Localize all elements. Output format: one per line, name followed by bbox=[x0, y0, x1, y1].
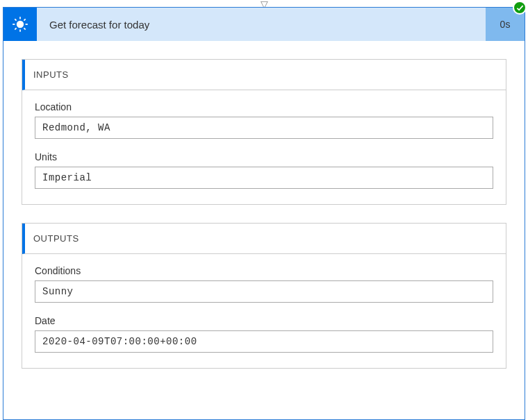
field-label: Location bbox=[35, 101, 493, 112]
svg-line-6 bbox=[24, 28, 25, 29]
svg-line-8 bbox=[24, 19, 25, 20]
field-label: Units bbox=[35, 151, 493, 162]
input-field-location: Location Redmond, WA bbox=[35, 101, 493, 139]
input-field-units: Units Imperial bbox=[35, 151, 493, 189]
action-card-title: Get forecast for today bbox=[37, 8, 486, 41]
field-value[interactable]: Sunny bbox=[35, 280, 493, 303]
action-card-body: INPUTS Location Redmond, WA Units Imperi… bbox=[3, 41, 525, 369]
inputs-section-header[interactable]: INPUTS bbox=[22, 60, 506, 90]
action-card-header[interactable]: Get forecast for today 0s bbox=[3, 8, 525, 41]
field-value[interactable]: Imperial bbox=[35, 167, 493, 189]
field-value[interactable]: 2020-04-09T07:00:00+00:00 bbox=[35, 330, 493, 353]
svg-line-5 bbox=[15, 19, 16, 20]
field-label: Conditions bbox=[35, 265, 493, 276]
inputs-section: INPUTS Location Redmond, WA Units Imperi… bbox=[22, 59, 506, 205]
outputs-section-body: Conditions Sunny Date 2020-04-09T07:00:0… bbox=[22, 254, 506, 368]
outputs-section: OUTPUTS Conditions Sunny Date 2020-04-09… bbox=[22, 223, 506, 369]
weather-sun-icon bbox=[3, 8, 37, 41]
success-check-icon bbox=[513, 1, 527, 15]
svg-line-7 bbox=[15, 28, 16, 29]
action-card[interactable]: Get forecast for today 0s INPUTS Locatio… bbox=[3, 7, 525, 420]
output-field-date: Date 2020-04-09T07:00:00+00:00 bbox=[35, 315, 493, 353]
field-label: Date bbox=[35, 315, 493, 326]
output-field-conditions: Conditions Sunny bbox=[35, 265, 493, 303]
outputs-section-header[interactable]: OUTPUTS bbox=[22, 224, 506, 254]
svg-point-0 bbox=[17, 22, 24, 28]
inputs-section-body: Location Redmond, WA Units Imperial bbox=[22, 90, 506, 204]
field-value[interactable]: Redmond, WA bbox=[35, 117, 493, 139]
